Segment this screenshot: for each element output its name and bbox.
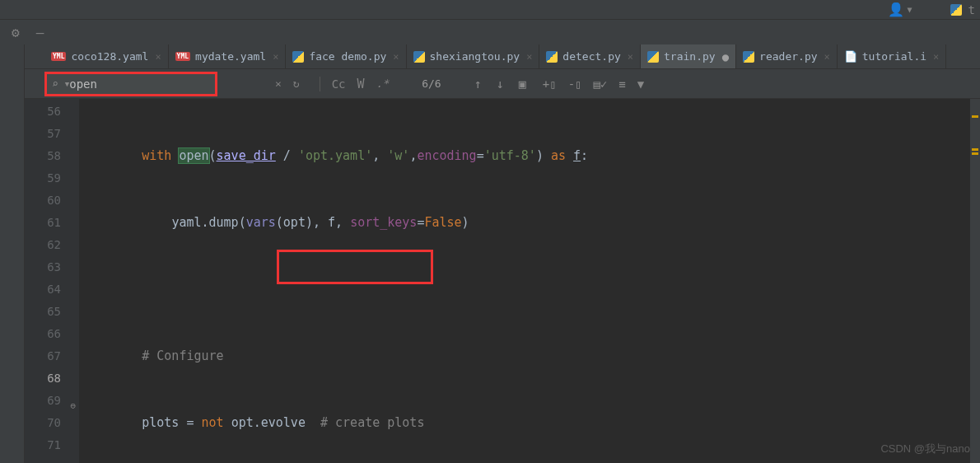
tab-label: tutorial.i	[862, 50, 926, 63]
line-number[interactable]: 67	[0, 345, 61, 367]
line-number[interactable]: 70	[0, 412, 61, 434]
tab-face-demo-py[interactable]: face demo.py×	[286, 44, 406, 68]
line-number[interactable]: 62	[0, 234, 61, 256]
find-match-count: 6/6	[422, 77, 441, 90]
line-number[interactable]: 66	[0, 323, 61, 345]
watermark: CSDN @我与nano	[880, 442, 970, 456]
settings-icon[interactable]: ⚙	[12, 25, 20, 40]
python-icon	[292, 51, 304, 63]
find-prev-button[interactable]: ↑	[474, 77, 482, 91]
tab-reader-py[interactable]: reader.py×	[736, 44, 838, 68]
presence-indicator[interactable]: 👤 ▼	[888, 2, 912, 17]
python-icon	[647, 51, 659, 63]
code-line	[82, 278, 980, 301]
close-tab-icon[interactable]: ×	[933, 51, 939, 63]
close-tab-icon[interactable]: ×	[273, 51, 278, 63]
python-icon	[413, 51, 425, 63]
python-icon	[546, 51, 558, 63]
line-number[interactable]: 58	[0, 145, 61, 167]
line-number[interactable]: 65	[0, 301, 61, 323]
match-case-toggle[interactable]: Cc	[332, 77, 346, 91]
code-line: yaml.dump(vars(opt), f, sort_keys=False)	[82, 212, 980, 234]
dirty-indicator: ●	[722, 50, 729, 63]
python-icon	[743, 51, 754, 63]
find-bar: ⌕ ▼ × ↻ Cc W .* 6/6 ↑ ↓ ▣ +▯ -▯ ▤✓ ≡ ▼	[0, 69, 980, 99]
find-input[interactable]	[69, 77, 217, 91]
find-close-button[interactable]: ×	[275, 77, 282, 90]
minimize-icon[interactable]: —	[36, 25, 44, 40]
line-number[interactable]: 63	[0, 256, 61, 278]
tab-coco128-yaml[interactable]: YMLcoco128.yaml×	[44, 44, 169, 68]
select-occurrences-button[interactable]: ▤✓	[594, 77, 608, 91]
tab-train-py[interactable]: train.py●	[641, 44, 736, 68]
remove-selection-button[interactable]: -▯	[568, 77, 582, 91]
yaml-icon: YML	[51, 52, 66, 61]
tab-label: shexiangtou.py	[430, 50, 520, 63]
person-icon: 👤	[888, 2, 904, 17]
tab-label: mydate.yaml	[195, 50, 266, 63]
close-tab-icon[interactable]: ×	[526, 51, 532, 63]
tab-label: train.py	[664, 50, 716, 63]
code-line: plots = not opt.evolve # create plots	[82, 412, 980, 434]
yaml-icon: YML	[175, 52, 190, 61]
toolbar: ⚙ —	[0, 20, 980, 44]
search-icon: ⌕	[52, 77, 58, 90]
editor-tabs: YMLcoco128.yaml×YMLmydate.yaml×face demo…	[0, 44, 980, 69]
file-icon: 📄	[844, 50, 857, 63]
tab-label: coco128.yaml	[71, 50, 148, 63]
code-area[interactable]: with open(save_dir / 'opt.yaml', 'w',enc…	[79, 99, 980, 463]
add-selection-button[interactable]: +▯	[543, 77, 557, 91]
close-tab-icon[interactable]: ×	[628, 51, 633, 63]
editor-area: 5657585960616263646566676869⊖7071 with o…	[0, 99, 980, 463]
line-number[interactable]: 69⊖	[0, 390, 61, 412]
line-number[interactable]: 68	[0, 367, 61, 390]
find-nav: ↑ ↓ ▣	[474, 77, 526, 91]
whole-words-toggle[interactable]: W	[357, 77, 365, 91]
error-stripe[interactable]	[970, 99, 980, 463]
find-next-button[interactable]: ↓	[497, 77, 504, 91]
close-tab-icon[interactable]: ×	[393, 51, 399, 63]
code-line: with open(save_dir / 'opt.yaml', 'w',enc…	[82, 145, 980, 167]
find-history-button[interactable]: ↻	[293, 77, 300, 90]
code-line: # Configure	[82, 345, 980, 367]
tab-label: reader.py	[759, 50, 817, 63]
select-all-button[interactable]: ▣	[519, 77, 526, 91]
find-options: × ↻ Cc W .*	[275, 77, 389, 91]
line-number[interactable]: 60	[0, 189, 61, 212]
tab-shexiangtou-py[interactable]: shexiangtou.py×	[407, 44, 540, 68]
fold-icon[interactable]: ⊖	[70, 395, 76, 417]
python-icon	[950, 4, 962, 16]
tab-mydate-yaml[interactable]: YMLmydate.yaml×	[169, 44, 287, 68]
gutter: 5657585960616263646566676869⊖7071	[0, 99, 79, 463]
tab-detect-py[interactable]: detect.py×	[539, 44, 641, 68]
line-number[interactable]: 64	[0, 278, 61, 301]
line-number[interactable]: 56	[0, 101, 61, 123]
branch-label[interactable]: t	[968, 3, 975, 16]
find-extra: +▯ -▯ ▤✓ ≡ ▼	[543, 77, 644, 91]
tab-tutorial-i[interactable]: 📄tutorial.i×	[838, 44, 947, 68]
line-number[interactable]: 61	[0, 212, 61, 234]
line-number[interactable]: 59	[0, 167, 61, 189]
line-number[interactable]: 57	[0, 123, 61, 145]
find-input-container: ⌕ ▼	[44, 72, 217, 96]
close-tab-icon[interactable]: ×	[824, 51, 830, 63]
tab-label: detect.py	[562, 50, 620, 63]
more-options-button[interactable]: ≡	[618, 77, 625, 91]
line-number[interactable]: 71	[0, 434, 61, 456]
tab-label: face demo.py	[309, 50, 386, 63]
filter-button[interactable]: ▼	[637, 77, 644, 91]
close-tab-icon[interactable]: ×	[155, 51, 161, 63]
title-bar: 👤 ▼ t	[0, 0, 980, 20]
regex-toggle[interactable]: .*	[376, 77, 390, 90]
